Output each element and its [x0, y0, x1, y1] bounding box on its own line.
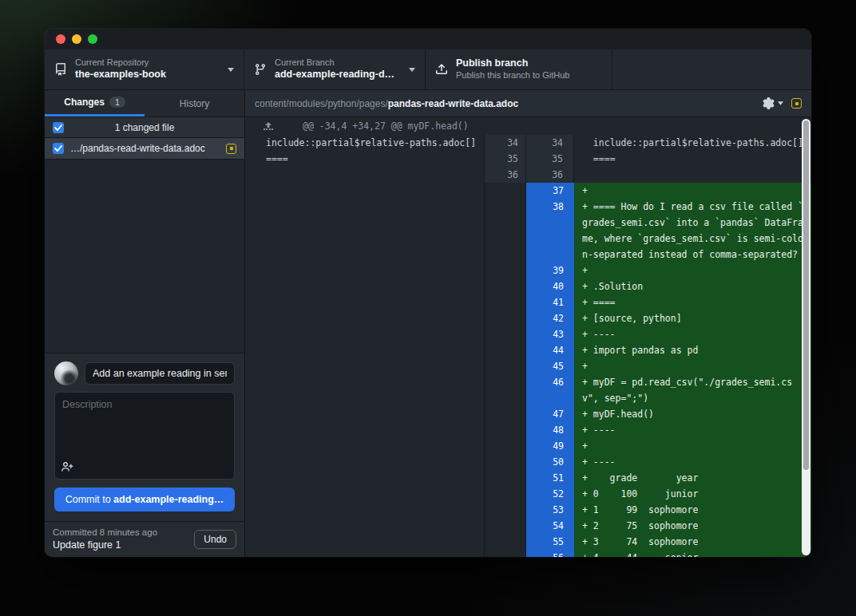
add-coauthor-icon[interactable]	[61, 460, 73, 473]
diff-new-text: +	[574, 438, 811, 454]
publish-branch-button[interactable]: Publish branch Publish this branch to Gi…	[426, 49, 612, 89]
line-number-new[interactable]: 46	[526, 374, 574, 406]
diff-old-text	[245, 502, 485, 518]
line-number-old[interactable]	[485, 550, 526, 557]
diff-old-text	[245, 422, 485, 438]
repo-name: the-examples-book	[75, 69, 166, 81]
file-checkbox[interactable]	[53, 143, 64, 154]
diff-row: @@ -34,4 +34,27 @@ myDF.head()	[245, 117, 811, 135]
commit-description-input[interactable]	[54, 392, 235, 480]
line-number-new[interactable]: 45	[526, 358, 574, 374]
scrollbar-thumb[interactable]	[803, 120, 809, 470]
line-number-old[interactable]	[485, 342, 526, 358]
line-number-new[interactable]: 54	[526, 518, 574, 534]
line-number-new[interactable]: 43	[526, 326, 574, 342]
diff-row: 37+	[245, 183, 811, 199]
diff-old-text	[245, 167, 485, 183]
line-number-old[interactable]	[485, 534, 526, 550]
diff-new-text: + .Solution	[574, 278, 811, 294]
diff-old-text	[245, 534, 485, 550]
line-number-new[interactable]: 40	[526, 278, 574, 294]
line-number-new[interactable]: 50	[526, 454, 574, 470]
current-repository-button[interactable]: Current Repository the-examples-book	[45, 49, 244, 89]
close-button[interactable]	[56, 34, 65, 44]
line-number-old[interactable]	[485, 310, 526, 326]
expand-hunk-button[interactable]	[263, 122, 274, 130]
diff-options-button[interactable]	[763, 97, 783, 109]
line-number-new[interactable]: 55	[526, 534, 574, 550]
toolbar: Current Repository the-examples-book Cur…	[45, 49, 811, 90]
line-number-old[interactable]	[485, 263, 526, 278]
tab-changes-label: Changes	[64, 97, 105, 108]
line-number-old[interactable]	[485, 502, 526, 518]
zoom-button[interactable]	[88, 34, 97, 44]
diff-old-text	[245, 294, 485, 310]
select-all-checkbox[interactable]	[53, 122, 64, 133]
minimize-button[interactable]	[72, 34, 81, 44]
diff-pane: content/modules/python/pages/pandas-read…	[245, 90, 811, 557]
tab-changes[interactable]: Changes 1	[45, 90, 145, 116]
line-number-old[interactable]	[485, 278, 526, 294]
line-number-old[interactable]: 35	[485, 151, 526, 167]
line-number-old[interactable]	[485, 358, 526, 374]
line-number-new[interactable]: 37	[526, 183, 574, 199]
line-number-new[interactable]: 41	[526, 294, 574, 310]
line-number-new[interactable]: 34	[526, 135, 574, 151]
commit-button[interactable]: Commit to add-example-reading…	[54, 488, 235, 511]
diff-new-text: + ----	[574, 326, 811, 342]
line-number-new[interactable]: 42	[526, 310, 574, 326]
line-number-new[interactable]: 47	[526, 406, 574, 422]
diff-row: 44+ import pandas as pd	[245, 342, 811, 358]
diff-row: 45+	[245, 358, 811, 374]
diff-row: 3636	[245, 167, 811, 183]
diff-new-text: + ----	[574, 454, 811, 470]
diff-row: 56+ 4 44 senior	[245, 550, 811, 557]
line-number-new[interactable]: 48	[526, 422, 574, 438]
tab-history[interactable]: History	[145, 90, 244, 116]
diff-old-text	[245, 406, 485, 422]
diff-row: include::partial$relative-paths.adoc[]34…	[245, 135, 811, 151]
diff-new-text: ====	[574, 151, 811, 167]
changed-file-row[interactable]: …/pandas-read-write-data.adoc	[45, 138, 244, 160]
sidebar-tabs: Changes 1 History	[45, 90, 244, 117]
line-number-new[interactable]: 52	[526, 486, 574, 502]
line-number-new[interactable]: 38	[526, 199, 574, 263]
line-number-old[interactable]	[485, 454, 526, 470]
line-number-old[interactable]: 36	[485, 167, 526, 183]
line-number-new[interactable]: 44	[526, 342, 574, 358]
line-number-old[interactable]	[485, 422, 526, 438]
line-number-old[interactable]	[485, 470, 526, 486]
diff-new-text: +	[574, 263, 811, 278]
line-number-old[interactable]	[485, 294, 526, 310]
diff-new-text: + 2 75 sophomore	[574, 518, 811, 534]
diff-new-text: + 3 74 sophomore	[574, 534, 811, 550]
file-path-bar: content/modules/python/pages/pandas-read…	[245, 90, 811, 117]
line-number-old[interactable]	[485, 406, 526, 422]
line-number-new[interactable]: 36	[526, 167, 574, 183]
line-number-new[interactable]: 51	[526, 470, 574, 486]
scrollbar-track[interactable]	[802, 119, 810, 555]
commit-summary-input[interactable]	[85, 362, 235, 385]
hunk-header-text: @@ -34,4 +34,27 @@ myDF.head()	[303, 118, 469, 134]
undo-button[interactable]: Undo	[194, 530, 236, 549]
line-number-old[interactable]	[485, 326, 526, 342]
line-number-old[interactable]	[485, 374, 526, 406]
line-number-new[interactable]: 39	[526, 263, 574, 278]
line-number-new[interactable]: 53	[526, 502, 574, 518]
line-number-new[interactable]: 49	[526, 438, 574, 454]
line-number-new[interactable]: 56	[526, 550, 574, 557]
diff-old-text	[245, 438, 485, 454]
toolbar-empty-area	[612, 49, 811, 89]
diff-old-text	[245, 454, 485, 470]
line-number-new[interactable]: 35	[526, 151, 574, 167]
line-number-old[interactable]	[485, 518, 526, 534]
line-number-old[interactable]	[485, 438, 526, 454]
modified-status-icon	[791, 98, 802, 109]
line-number-old[interactable]	[485, 486, 526, 502]
line-number-old[interactable]	[485, 183, 526, 199]
diff-new-text: + import pandas as pd	[574, 342, 811, 358]
line-number-old[interactable]	[485, 199, 526, 263]
line-number-old[interactable]: 34	[485, 135, 526, 151]
diff-row: 41+ ====	[245, 294, 811, 310]
current-branch-button[interactable]: Current Branch add-example-reading-d…	[244, 49, 426, 89]
